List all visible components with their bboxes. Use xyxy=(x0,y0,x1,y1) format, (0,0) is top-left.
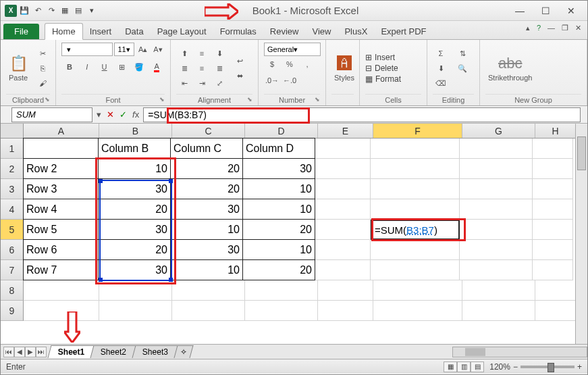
view-pagebreak-icon[interactable]: ▤ xyxy=(471,361,484,372)
cell-D6[interactable]: 10 xyxy=(242,239,315,260)
cell-F1[interactable] xyxy=(371,139,460,159)
cell-C6[interactable]: 30 xyxy=(170,239,243,260)
tab-page-layout[interactable]: Page Layout xyxy=(151,24,213,39)
horizontal-scrollbar[interactable] xyxy=(452,347,587,357)
cell-G4[interactable] xyxy=(460,199,533,220)
tab-file[interactable]: File xyxy=(3,24,39,39)
save-icon[interactable]: 💾 xyxy=(18,5,30,17)
select-all-corner[interactable] xyxy=(1,124,24,138)
comma-icon[interactable]: , xyxy=(299,57,315,71)
name-box[interactable]: SUM xyxy=(11,107,92,122)
increase-indent-icon[interactable]: ⇥ xyxy=(194,76,210,90)
row-header-5[interactable]: 5 xyxy=(1,220,24,240)
row-header-9[interactable]: 9 xyxy=(1,301,24,321)
tab-nav-next-icon[interactable]: ▶ xyxy=(25,347,36,357)
zoom-level[interactable]: 120% xyxy=(489,362,510,372)
cell-B2[interactable]: 10 xyxy=(98,158,171,179)
cell-E5[interactable] xyxy=(315,220,371,240)
tab-home[interactable]: Home xyxy=(45,23,83,40)
cell-G6[interactable] xyxy=(460,240,533,260)
wrap-text-icon[interactable]: ↩ xyxy=(232,54,248,68)
align-top-icon[interactable]: ⬆ xyxy=(176,47,192,60)
cell-A1[interactable] xyxy=(23,138,99,159)
col-header-A[interactable]: A xyxy=(24,124,99,138)
currency-icon[interactable]: $ xyxy=(264,57,280,71)
cell-H6[interactable] xyxy=(533,240,573,260)
accept-formula-icon[interactable]: ✓ xyxy=(119,109,127,120)
undo-icon[interactable]: ↶ xyxy=(32,5,44,17)
cell-H1[interactable] xyxy=(533,139,573,159)
col-header-G[interactable]: G xyxy=(462,124,535,138)
cells-insert-button[interactable]: ⊞Insert xyxy=(365,53,401,62)
cell-D8[interactable] xyxy=(245,280,318,301)
align-right-icon[interactable]: ≣ xyxy=(211,61,228,75)
align-middle-icon[interactable]: ≡ xyxy=(194,47,210,60)
col-header-C[interactable]: C xyxy=(172,124,245,138)
cell-C7[interactable]: 10 xyxy=(170,259,243,280)
tab-expert-pdf[interactable]: Expert PDF xyxy=(374,24,433,39)
cell-A9[interactable] xyxy=(24,301,99,321)
fill-color-button[interactable]: 🪣 xyxy=(131,60,147,74)
maximize-button[interactable]: ☐ xyxy=(539,4,552,18)
cell-H5[interactable] xyxy=(533,220,573,240)
cell-F4[interactable] xyxy=(371,199,460,220)
cell-H2[interactable] xyxy=(533,159,573,179)
cell-E4[interactable] xyxy=(315,199,371,220)
col-header-H[interactable]: H xyxy=(535,124,576,138)
copy-icon[interactable]: ⎘ xyxy=(34,61,51,75)
increase-decimal-icon[interactable]: .0→ xyxy=(264,74,280,87)
cell-F9[interactable] xyxy=(373,301,462,321)
zoom-slider[interactable] xyxy=(520,366,574,368)
bold-button[interactable]: B xyxy=(61,60,78,74)
cell-B8[interactable] xyxy=(99,280,172,301)
cell-E8[interactable] xyxy=(318,280,373,301)
cell-C2[interactable]: 20 xyxy=(170,158,243,179)
namebox-dropdown-icon[interactable]: ▾ xyxy=(97,109,101,120)
col-header-B[interactable]: B xyxy=(99,124,172,138)
sheet-tab-1[interactable]: Sheet1 xyxy=(47,345,95,358)
tab-nav-prev-icon[interactable]: ◀ xyxy=(14,347,25,357)
cell-F2[interactable] xyxy=(371,159,460,179)
cell-A4[interactable]: Row 4 xyxy=(23,199,99,220)
minimize-button[interactable]: — xyxy=(513,4,527,18)
row-header-4[interactable]: 4 xyxy=(1,199,24,220)
cell-A5[interactable]: Row 5 xyxy=(23,219,99,240)
cell-E9[interactable] xyxy=(318,301,373,321)
sheet-tab-3[interactable]: Sheet3 xyxy=(132,345,179,358)
font-family-select[interactable]: ▾ xyxy=(61,43,113,56)
row-header-8[interactable]: 8 xyxy=(1,280,24,301)
cells-delete-button[interactable]: ⊟Delete xyxy=(365,64,401,73)
help-icon[interactable]: ? xyxy=(535,24,543,32)
cell-B9[interactable] xyxy=(99,301,172,321)
cell-B5[interactable]: 30 xyxy=(98,219,171,240)
cell-E1[interactable] xyxy=(315,139,371,159)
fx-icon[interactable]: fx xyxy=(132,109,139,120)
cell-D9[interactable] xyxy=(245,301,318,321)
cell-G1[interactable] xyxy=(460,139,533,159)
cell-A6[interactable]: Row 6 xyxy=(23,239,99,260)
cell-H7[interactable] xyxy=(533,260,573,280)
merge-center-icon[interactable]: ⬌ xyxy=(232,69,248,82)
strikethrough-button[interactable]: abcStrikethrough xyxy=(485,53,535,83)
border-button[interactable]: ⊞ xyxy=(113,60,130,74)
view-normal-icon[interactable]: ▦ xyxy=(444,361,457,372)
close-button[interactable]: ✕ xyxy=(564,4,578,18)
cell-B3[interactable]: 30 xyxy=(98,178,171,199)
qat-btn-1[interactable]: ▦ xyxy=(59,5,71,17)
cell-H4[interactable] xyxy=(533,199,573,220)
tab-view[interactable]: View xyxy=(305,24,338,39)
decrease-decimal-icon[interactable]: ←.0 xyxy=(282,74,298,87)
sort-filter-icon[interactable]: ⇅ xyxy=(454,47,471,60)
cut-icon[interactable]: ✂ xyxy=(34,47,51,60)
cell-F8[interactable] xyxy=(373,280,462,301)
doc-restore-icon[interactable]: ❐ xyxy=(560,24,570,32)
spreadsheet-grid[interactable]: ABCDEFGH 1Column BColumn CColumn D2Row 2… xyxy=(1,124,587,344)
font-size-select[interactable]: 11▾ xyxy=(114,43,134,56)
cell-C4[interactable]: 30 xyxy=(170,199,243,220)
tab-insert[interactable]: Insert xyxy=(83,24,119,39)
row-header-7[interactable]: 7 xyxy=(1,260,24,280)
cell-H9[interactable] xyxy=(535,301,576,321)
new-sheet-button[interactable]: ✧ xyxy=(174,345,194,358)
cell-E2[interactable] xyxy=(315,159,371,179)
alignment-launcher-icon[interactable]: ⬊ xyxy=(247,96,252,103)
